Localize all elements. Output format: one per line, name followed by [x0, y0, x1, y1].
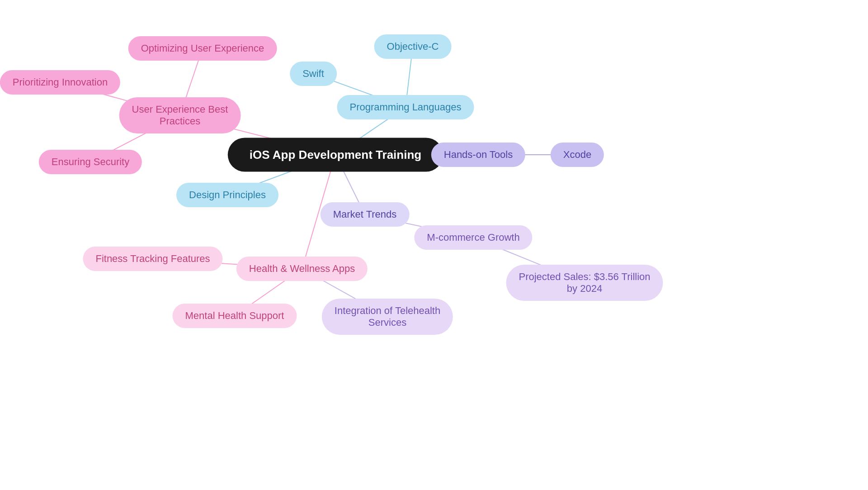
- node-design_principles[interactable]: Design Principles: [176, 183, 278, 207]
- node-projected_sales[interactable]: Projected Sales: $3.56 Trillionby 2024: [506, 265, 663, 301]
- node-xcode[interactable]: Xcode: [551, 143, 604, 167]
- node-telehealth[interactable]: Integration of TelehealthServices: [322, 299, 453, 335]
- node-swift[interactable]: Swift: [290, 62, 337, 86]
- node-mcommerce_growth[interactable]: M-commerce Growth: [414, 225, 532, 250]
- node-optimizing_ux[interactable]: Optimizing User Experience: [128, 36, 277, 61]
- node-health_wellness[interactable]: Health & Wellness Apps: [236, 257, 368, 281]
- node-mental_health[interactable]: Mental Health Support: [173, 304, 297, 328]
- node-market_trends[interactable]: Market Trends: [321, 202, 410, 227]
- node-user_experience[interactable]: User Experience BestPractices: [119, 97, 241, 133]
- node-center[interactable]: iOS App Development Training: [228, 138, 443, 172]
- node-hands_on_tools[interactable]: Hands-on Tools: [431, 143, 525, 167]
- node-objective_c[interactable]: Objective-C: [374, 34, 452, 59]
- mindmap-canvas: iOS App Development TrainingUser Experie…: [0, 0, 868, 490]
- node-ensuring_security[interactable]: Ensuring Security: [39, 150, 142, 174]
- node-programming_languages[interactable]: Programming Languages: [337, 95, 474, 119]
- node-fitness_tracking[interactable]: Fitness Tracking Features: [83, 247, 222, 271]
- node-prioritizing_innovation[interactable]: Prioritizing Innovation: [0, 70, 120, 95]
